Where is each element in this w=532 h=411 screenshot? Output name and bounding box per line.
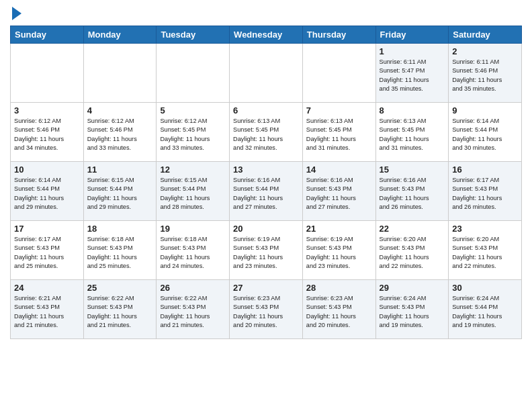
day-number: 9 bbox=[452, 105, 518, 116]
day-info: Sunrise: 6:18 AM Sunset: 5:43 PM Dayligh… bbox=[87, 235, 153, 271]
day-number: 2 bbox=[452, 46, 518, 56]
day-number: 26 bbox=[160, 283, 226, 293]
weekday-header-thursday: Thursday bbox=[302, 26, 375, 44]
day-number: 10 bbox=[14, 165, 80, 175]
calendar-cell bbox=[230, 44, 303, 103]
calendar-cell: 12Sunrise: 6:15 AM Sunset: 5:44 PM Dayli… bbox=[157, 162, 230, 221]
calendar-cell: 21Sunrise: 6:19 AM Sunset: 5:43 PM Dayli… bbox=[302, 221, 375, 280]
calendar-cell: 19Sunrise: 6:18 AM Sunset: 5:43 PM Dayli… bbox=[157, 221, 230, 280]
calendar-cell: 10Sunrise: 6:14 AM Sunset: 5:44 PM Dayli… bbox=[11, 162, 84, 221]
day-number: 29 bbox=[380, 283, 445, 293]
calendar-cell: 18Sunrise: 6:18 AM Sunset: 5:43 PM Dayli… bbox=[83, 221, 157, 280]
day-number: 3 bbox=[14, 105, 80, 116]
day-info: Sunrise: 6:18 AM Sunset: 5:43 PM Dayligh… bbox=[160, 235, 226, 271]
calendar-cell: 23Sunrise: 6:20 AM Sunset: 5:43 PM Dayli… bbox=[449, 221, 522, 280]
calendar-cell: 2Sunrise: 6:11 AM Sunset: 5:46 PM Daylig… bbox=[449, 44, 522, 103]
day-info: Sunrise: 6:22 AM Sunset: 5:43 PM Dayligh… bbox=[160, 294, 226, 330]
weekday-header-wednesday: Wednesday bbox=[230, 26, 303, 44]
day-info: Sunrise: 6:19 AM Sunset: 5:43 PM Dayligh… bbox=[233, 235, 299, 271]
day-info: Sunrise: 6:20 AM Sunset: 5:43 PM Dayligh… bbox=[452, 235, 518, 271]
calendar-header-row: SundayMondayTuesdayWednesdayThursdayFrid… bbox=[11, 26, 522, 44]
day-number: 22 bbox=[380, 224, 445, 234]
logo bbox=[10, 7, 21, 21]
day-info: Sunrise: 6:19 AM Sunset: 5:43 PM Dayligh… bbox=[306, 235, 372, 271]
weekday-header-sunday: Sunday bbox=[11, 26, 84, 44]
day-number: 18 bbox=[87, 224, 153, 234]
day-number: 8 bbox=[380, 105, 445, 116]
calendar-cell: 3Sunrise: 6:12 AM Sunset: 5:46 PM Daylig… bbox=[11, 103, 84, 162]
calendar-cell: 7Sunrise: 6:13 AM Sunset: 5:45 PM Daylig… bbox=[302, 103, 375, 162]
day-info: Sunrise: 6:17 AM Sunset: 5:43 PM Dayligh… bbox=[14, 235, 80, 271]
calendar-cell: 1Sunrise: 6:11 AM Sunset: 5:47 PM Daylig… bbox=[375, 44, 449, 103]
calendar-cell: 28Sunrise: 6:23 AM Sunset: 5:43 PM Dayli… bbox=[302, 280, 375, 339]
calendar-cell: 29Sunrise: 6:24 AM Sunset: 5:43 PM Dayli… bbox=[375, 280, 449, 339]
day-info: Sunrise: 6:12 AM Sunset: 5:46 PM Dayligh… bbox=[14, 117, 80, 152]
calendar-cell: 30Sunrise: 6:24 AM Sunset: 5:44 PM Dayli… bbox=[449, 280, 522, 339]
day-number: 19 bbox=[160, 224, 226, 234]
day-info: Sunrise: 6:11 AM Sunset: 5:47 PM Dayligh… bbox=[380, 58, 445, 93]
calendar-cell: 9Sunrise: 6:14 AM Sunset: 5:44 PM Daylig… bbox=[449, 103, 522, 162]
day-number: 11 bbox=[87, 165, 153, 175]
calendar-cell: 11Sunrise: 6:15 AM Sunset: 5:44 PM Dayli… bbox=[83, 162, 157, 221]
day-number: 15 bbox=[380, 165, 445, 175]
calendar-cell: 8Sunrise: 6:13 AM Sunset: 5:45 PM Daylig… bbox=[375, 103, 449, 162]
calendar-cell bbox=[11, 44, 84, 103]
calendar-week-4: 17Sunrise: 6:17 AM Sunset: 5:43 PM Dayli… bbox=[11, 221, 522, 280]
day-number: 7 bbox=[306, 105, 372, 116]
weekday-header-tuesday: Tuesday bbox=[157, 26, 230, 44]
calendar-cell: 13Sunrise: 6:16 AM Sunset: 5:44 PM Dayli… bbox=[230, 162, 303, 221]
day-number: 25 bbox=[87, 283, 153, 293]
calendar-week-5: 24Sunrise: 6:21 AM Sunset: 5:43 PM Dayli… bbox=[11, 280, 522, 339]
logo-arrow-icon bbox=[12, 7, 21, 20]
day-number: 20 bbox=[233, 224, 299, 234]
calendar-cell: 5Sunrise: 6:12 AM Sunset: 5:45 PM Daylig… bbox=[157, 103, 230, 162]
day-number: 6 bbox=[233, 105, 299, 116]
calendar-cell: 20Sunrise: 6:19 AM Sunset: 5:43 PM Dayli… bbox=[230, 221, 303, 280]
day-number: 28 bbox=[306, 283, 372, 293]
page: SundayMondayTuesdayWednesdayThursdayFrid… bbox=[0, 0, 532, 346]
calendar-cell bbox=[302, 44, 375, 103]
day-number: 24 bbox=[14, 283, 80, 293]
calendar-cell: 17Sunrise: 6:17 AM Sunset: 5:43 PM Dayli… bbox=[11, 221, 84, 280]
day-info: Sunrise: 6:14 AM Sunset: 5:44 PM Dayligh… bbox=[14, 176, 80, 212]
day-info: Sunrise: 6:17 AM Sunset: 5:43 PM Dayligh… bbox=[452, 176, 518, 212]
day-info: Sunrise: 6:12 AM Sunset: 5:45 PM Dayligh… bbox=[160, 117, 226, 152]
day-info: Sunrise: 6:23 AM Sunset: 5:43 PM Dayligh… bbox=[233, 294, 299, 330]
day-info: Sunrise: 6:16 AM Sunset: 5:43 PM Dayligh… bbox=[306, 176, 372, 212]
day-info: Sunrise: 6:16 AM Sunset: 5:43 PM Dayligh… bbox=[380, 176, 445, 212]
day-info: Sunrise: 6:16 AM Sunset: 5:44 PM Dayligh… bbox=[233, 176, 299, 212]
calendar-cell: 14Sunrise: 6:16 AM Sunset: 5:43 PM Dayli… bbox=[302, 162, 375, 221]
weekday-header-friday: Friday bbox=[375, 26, 449, 44]
day-info: Sunrise: 6:13 AM Sunset: 5:45 PM Dayligh… bbox=[380, 117, 445, 152]
day-info: Sunrise: 6:24 AM Sunset: 5:43 PM Dayligh… bbox=[380, 294, 445, 330]
day-info: Sunrise: 6:11 AM Sunset: 5:46 PM Dayligh… bbox=[452, 58, 518, 93]
calendar-week-1: 1Sunrise: 6:11 AM Sunset: 5:47 PM Daylig… bbox=[11, 44, 522, 103]
calendar-cell: 6Sunrise: 6:13 AM Sunset: 5:45 PM Daylig… bbox=[230, 103, 303, 162]
calendar-table: SundayMondayTuesdayWednesdayThursdayFrid… bbox=[10, 26, 522, 339]
day-info: Sunrise: 6:21 AM Sunset: 5:43 PM Dayligh… bbox=[14, 294, 80, 330]
calendar-cell: 16Sunrise: 6:17 AM Sunset: 5:43 PM Dayli… bbox=[449, 162, 522, 221]
calendar-cell: 15Sunrise: 6:16 AM Sunset: 5:43 PM Dayli… bbox=[375, 162, 449, 221]
day-number: 27 bbox=[233, 283, 299, 293]
day-number: 16 bbox=[452, 165, 518, 175]
day-number: 5 bbox=[160, 105, 226, 116]
calendar-cell bbox=[83, 44, 157, 103]
calendar-cell: 4Sunrise: 6:12 AM Sunset: 5:46 PM Daylig… bbox=[83, 103, 157, 162]
calendar-cell bbox=[157, 44, 230, 103]
day-number: 21 bbox=[306, 224, 372, 234]
calendar-cell: 27Sunrise: 6:23 AM Sunset: 5:43 PM Dayli… bbox=[230, 280, 303, 339]
day-info: Sunrise: 6:24 AM Sunset: 5:44 PM Dayligh… bbox=[452, 294, 518, 330]
weekday-header-saturday: Saturday bbox=[449, 26, 522, 44]
calendar-week-3: 10Sunrise: 6:14 AM Sunset: 5:44 PM Dayli… bbox=[11, 162, 522, 221]
day-info: Sunrise: 6:13 AM Sunset: 5:45 PM Dayligh… bbox=[233, 117, 299, 152]
day-number: 12 bbox=[160, 165, 226, 175]
day-number: 23 bbox=[452, 224, 518, 234]
day-info: Sunrise: 6:23 AM Sunset: 5:43 PM Dayligh… bbox=[306, 294, 372, 330]
day-info: Sunrise: 6:20 AM Sunset: 5:43 PM Dayligh… bbox=[380, 235, 445, 271]
day-info: Sunrise: 6:13 AM Sunset: 5:45 PM Dayligh… bbox=[306, 117, 372, 152]
day-number: 14 bbox=[306, 165, 372, 175]
day-info: Sunrise: 6:15 AM Sunset: 5:44 PM Dayligh… bbox=[87, 176, 153, 212]
weekday-header-monday: Monday bbox=[83, 26, 157, 44]
day-number: 17 bbox=[14, 224, 80, 234]
day-info: Sunrise: 6:12 AM Sunset: 5:46 PM Dayligh… bbox=[87, 117, 153, 152]
